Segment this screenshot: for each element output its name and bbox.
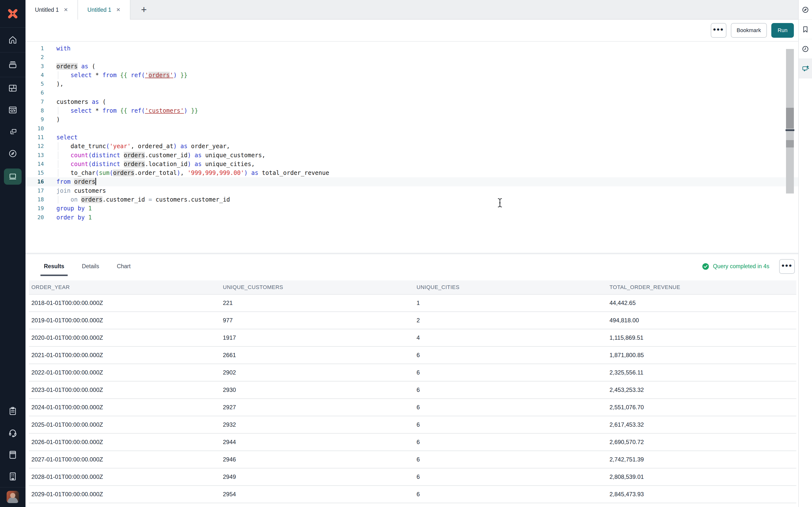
hex-logo[interactable] — [0, 0, 26, 27]
editor-scrollbar[interactable] — [786, 49, 794, 193]
line-number: 1 — [26, 44, 44, 53]
scrollbar-thumb[interactable] — [786, 108, 794, 128]
sidebar-item-explore[interactable] — [0, 143, 26, 164]
tab-details[interactable]: Details — [82, 263, 99, 270]
table-cell: 6 — [416, 421, 609, 428]
sidebar-item-collections[interactable] — [0, 52, 26, 77]
line-number: 16 — [26, 177, 44, 186]
sidebar-item-changelog[interactable] — [0, 400, 26, 422]
sidebar-item-notebook-active[interactable] — [0, 164, 26, 189]
tab-results[interactable]: Results — [44, 263, 64, 270]
table-row[interactable]: 2019-01-01T00:00:00.000Z9772494,818.00 — [29, 312, 796, 329]
close-icon[interactable]: ✕ — [116, 7, 120, 13]
line-content: date_trunc('year', ordered_at) as order_… — [56, 142, 230, 151]
code-line[interactable]: 9) — [26, 115, 798, 124]
table-cell: 2661 — [223, 352, 416, 358]
table-cell: 6 — [416, 473, 609, 480]
sidebar-item-support[interactable] — [0, 422, 26, 444]
table-row[interactable]: 2026-01-01T00:00:00.000Z294462,690,570.7… — [29, 434, 796, 451]
code-line[interactable]: 17join customers — [26, 186, 798, 195]
line-content: on orders.customer_id = customers.custom… — [56, 195, 230, 204]
query-status-text: Query completed in 4s — [713, 263, 769, 270]
code-line[interactable]: 8 select * from {{ ref('customers') }} — [26, 106, 798, 115]
results-more-button[interactable]: ••• — [779, 259, 795, 274]
column-header[interactable]: UNIQUE_CUSTOMERS — [223, 284, 416, 290]
table-row[interactable]: 2021-01-01T00:00:00.000Z266161,871,800.8… — [29, 347, 796, 364]
tab-untitled-2[interactable]: Untitled 1 ✕ — [78, 0, 131, 19]
sidebar-item-home[interactable] — [0, 28, 26, 52]
sidebar-item-outline[interactable] — [799, 0, 812, 19]
column-header[interactable]: UNIQUE_CITIES — [416, 284, 609, 290]
bookmark-button[interactable]: Bookmark — [731, 23, 767, 38]
sidebar-item-history[interactable] — [799, 39, 812, 59]
line-content: to_char(sum(orders.order_total), '999,99… — [56, 169, 329, 177]
user-avatar[interactable] — [7, 491, 19, 503]
sql-editor[interactable]: 1with23orders as (4 select * from {{ ref… — [26, 42, 798, 253]
cursor-position-marker — [785, 129, 794, 131]
sidebar-item-projects[interactable] — [0, 77, 26, 99]
line-number: 20 — [26, 213, 44, 222]
right-sidebar — [798, 0, 812, 507]
sidebar-item-apps[interactable] — [0, 121, 26, 143]
sidebar-item-code-browser[interactable] — [0, 99, 26, 121]
tab-label: Untitled 1 — [35, 7, 59, 13]
table-cell: 2954 — [223, 491, 416, 498]
history-clock-icon — [801, 45, 810, 53]
code-line[interactable]: 12 date_trunc('year', ordered_at) as ord… — [26, 142, 798, 151]
tab-chart[interactable]: Chart — [117, 263, 131, 270]
code-line[interactable]: 20order by 1 — [26, 213, 798, 222]
sidebar-item-docs[interactable] — [0, 444, 26, 465]
table-row[interactable]: 2023-01-01T00:00:00.000Z293062,453,253.3… — [29, 382, 796, 399]
code-line[interactable]: 3orders as ( — [26, 62, 798, 71]
column-header[interactable]: ORDER_YEAR — [29, 284, 223, 290]
code-line[interactable]: 14 count(distinct orders.location_id) as… — [26, 160, 798, 169]
code-line[interactable]: 2 — [26, 53, 798, 62]
sidebar-item-bookmarks[interactable] — [799, 19, 812, 39]
archive-icon — [8, 59, 18, 70]
close-icon[interactable]: ✕ — [64, 7, 68, 13]
sidebar-item-ai-assistant[interactable] — [799, 59, 812, 78]
table-row[interactable]: 2022-01-01T00:00:00.000Z290262,325,556.1… — [29, 364, 796, 382]
code-line[interactable]: 13 count(distinct orders.customer_id) as… — [26, 151, 798, 160]
table-row[interactable]: 2020-01-01T00:00:00.000Z191741,115,869.5… — [29, 329, 796, 347]
code-line[interactable]: 10 — [26, 124, 798, 133]
column-header[interactable]: TOTAL_ORDER_REVENUE — [609, 284, 795, 290]
new-tab-button[interactable]: + — [131, 0, 157, 19]
table-row[interactable]: 2018-01-01T00:00:00.000Z221144,442.65 — [29, 295, 796, 312]
tab-untitled-1[interactable]: Untitled 1 ✕ — [26, 0, 78, 19]
table-cell: 2949 — [223, 473, 416, 480]
table-cell: 2019-01-01T00:00:00.000Z — [29, 317, 223, 324]
table-cell: 494,818.00 — [609, 317, 795, 324]
code-line[interactable]: 7customers as ( — [26, 98, 798, 106]
code-line[interactable]: 5), — [26, 79, 798, 89]
line-content: group by 1 — [56, 204, 92, 213]
sidebar-item-organization[interactable] — [0, 465, 26, 487]
book-icon — [8, 449, 18, 460]
more-options-button[interactable]: ••• — [711, 23, 726, 38]
code-line[interactable]: 11select — [26, 133, 798, 142]
table-cell: 2022-01-01T00:00:00.000Z — [29, 369, 223, 376]
code-line[interactable]: 18 on orders.customer_id = customers.cus… — [26, 195, 798, 204]
line-number: 9 — [26, 115, 44, 124]
code-line[interactable]: 15 to_char(sum(orders.order_total), '999… — [26, 169, 798, 177]
ellipsis-icon: ••• — [713, 28, 724, 31]
table-row[interactable]: 2028-01-01T00:00:00.000Z294962,808,539.0… — [29, 468, 796, 486]
code-line[interactable]: 6 — [26, 89, 798, 97]
line-content: order by 1 — [56, 213, 92, 222]
table-row[interactable]: 2030-01-01T00:00:00.000Z287961,841,049.3… — [29, 503, 796, 507]
code-line[interactable]: 1with — [26, 44, 798, 53]
code-line[interactable]: 16from orders — [26, 177, 798, 186]
code-line[interactable]: 19group by 1 — [26, 204, 798, 213]
line-content: count(distinct orders.location_id) as un… — [56, 160, 255, 169]
table-cell: 6 — [416, 369, 609, 376]
results-panel: Results Details Chart Query completed in… — [26, 253, 798, 507]
table-cell: 2023-01-01T00:00:00.000Z — [29, 387, 223, 393]
table-cell: 2930 — [223, 387, 416, 393]
table-row[interactable]: 2024-01-01T00:00:00.000Z292762,551,076.7… — [29, 399, 796, 416]
code-line[interactable]: 4 select * from {{ ref('orders') }} — [26, 71, 798, 79]
run-button[interactable]: Run — [771, 23, 794, 38]
table-row[interactable]: 2027-01-01T00:00:00.000Z294662,742,751.3… — [29, 451, 796, 468]
table-row[interactable]: 2025-01-01T00:00:00.000Z293262,617,453.3… — [29, 416, 796, 434]
table-row[interactable]: 2029-01-01T00:00:00.000Z295462,845,473.9… — [29, 486, 796, 503]
line-content: select — [56, 133, 78, 142]
